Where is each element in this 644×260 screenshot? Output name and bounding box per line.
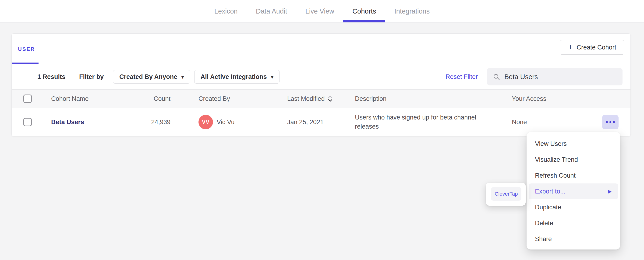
reset-filter-link[interactable]: Reset Filter	[446, 73, 478, 80]
create-cohort-button[interactable]: + Create Cohort	[560, 40, 624, 54]
ellipsis-icon	[606, 121, 608, 123]
menu-item-refresh-count[interactable]: Refresh Count	[526, 168, 620, 184]
menu-item-visualize-trend[interactable]: Visualize Trend	[526, 152, 620, 168]
sort-icon[interactable]	[328, 95, 333, 102]
active-tab-underline	[12, 62, 38, 64]
header-cohort-name: Cohort Name	[51, 95, 89, 102]
your-access-value: None	[512, 118, 527, 126]
menu-item-export-to[interactable]: Export to... ▶	[529, 184, 618, 199]
chevron-down-icon: ▾	[182, 74, 184, 80]
plus-icon: +	[568, 43, 573, 51]
creator-cell: VV Vic Vu	[198, 115, 235, 129]
avatar: VV	[198, 115, 213, 129]
integrations-dropdown[interactable]: All Active Integrations ▾	[194, 70, 280, 84]
export-submenu: CleverTap	[486, 183, 526, 206]
tab-label: Live View	[306, 8, 334, 15]
header-count: Count	[112, 95, 170, 102]
menu-item-view-users[interactable]: View Users	[526, 136, 620, 152]
filter-bar: 1 Results Filter by Created By Anyone ▾ …	[12, 64, 630, 90]
chevron-down-icon: ▾	[271, 74, 274, 80]
top-navigation: Lexicon Data Audit Live View Cohorts Int…	[0, 0, 644, 23]
cohort-name-link[interactable]: Beta Users	[51, 118, 84, 126]
cohort-type-strip: USER + Create Cohort	[12, 34, 630, 64]
ellipsis-icon	[613, 121, 615, 123]
filter-by-label: Filter by	[79, 73, 104, 80]
creator-name: Vic Vu	[217, 118, 235, 126]
results-count: 1 Results	[37, 73, 66, 80]
cohorts-panel: USER + Create Cohort 1 Results Filter by…	[12, 34, 631, 136]
row-checkbox[interactable]	[23, 118, 32, 126]
search-input[interactable]	[504, 73, 617, 81]
last-modified-value: Jan 25, 2021	[287, 118, 324, 126]
cohort-count: 24,939	[112, 118, 170, 126]
tab-cohorts[interactable]: Cohorts	[343, 0, 385, 22]
cohort-description: Users who have signed up for beta channe…	[355, 113, 486, 131]
header-last-modified-label: Last Modified	[287, 95, 325, 102]
tab-integrations[interactable]: Integrations	[385, 0, 439, 22]
table-row: Beta Users 24,939 VV Vic Vu Jan 25, 2021…	[12, 108, 630, 136]
tab-user-cohorts[interactable]: USER	[18, 46, 35, 52]
created-by-dropdown-value: Created By Anyone	[119, 73, 177, 80]
search-icon	[493, 73, 500, 80]
tab-live-view[interactable]: Live View	[296, 0, 344, 22]
menu-item-delete[interactable]: Delete	[526, 215, 620, 231]
tab-lexicon[interactable]: Lexicon	[205, 0, 247, 22]
row-context-menu: View Users Visualize Trend Refresh Count…	[526, 132, 620, 250]
tab-label: Lexicon	[214, 8, 238, 15]
tab-label: Integrations	[394, 8, 430, 15]
table-header-row: Cohort Name Count Created By Last Modifi…	[12, 90, 630, 108]
create-cohort-label: Create Cohort	[576, 44, 616, 51]
menu-item-share[interactable]: Share	[526, 231, 620, 247]
search-box[interactable]	[487, 68, 622, 86]
header-last-modified[interactable]: Last Modified	[287, 95, 333, 102]
created-by-dropdown[interactable]: Created By Anyone ▾	[113, 70, 190, 84]
submenu-arrow-icon: ▶	[608, 188, 612, 194]
tab-data-audit[interactable]: Data Audit	[247, 0, 296, 22]
header-description: Description	[355, 95, 386, 102]
select-all-checkbox[interactable]	[23, 94, 32, 103]
integrations-dropdown-value: All Active Integrations	[200, 73, 267, 80]
header-your-access: Your Access	[512, 95, 546, 102]
menu-item-duplicate[interactable]: Duplicate	[526, 199, 620, 215]
row-actions-button[interactable]	[602, 115, 618, 129]
ellipsis-icon	[610, 121, 611, 123]
tab-label: Data Audit	[256, 8, 287, 15]
menu-item-export-label: Export to...	[535, 188, 566, 195]
tab-label: Cohorts	[352, 8, 376, 15]
divider	[72, 72, 72, 82]
header-created-by: Created By	[198, 95, 230, 102]
submenu-item-clevertap[interactable]: CleverTap	[491, 187, 522, 201]
